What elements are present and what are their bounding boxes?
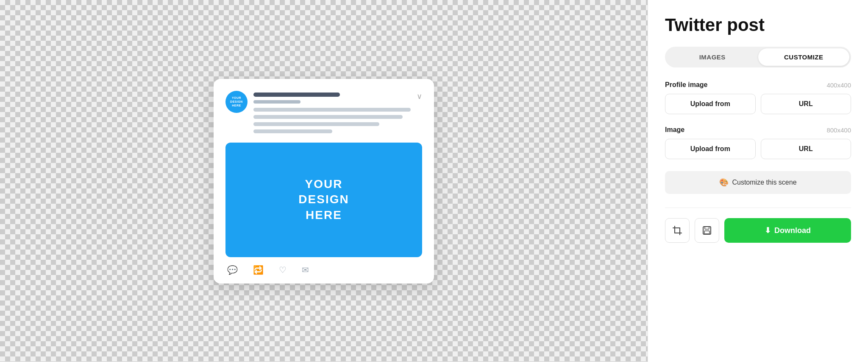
- profile-avatar: YOUR DESIGN HERE: [225, 91, 248, 113]
- card-chevron-icon: ∨: [417, 92, 422, 101]
- crop-button[interactable]: [665, 218, 690, 243]
- profile-image-header: Profile image 400x400: [665, 81, 851, 89]
- toolbar-divider: [665, 208, 851, 208]
- profile-upload-from-button[interactable]: Upload from: [665, 94, 756, 114]
- image-buttons: Upload from URL: [665, 139, 851, 159]
- image-size: 800x400: [826, 126, 851, 134]
- save-button[interactable]: [695, 218, 719, 243]
- image-section: Image 800x400 Upload from URL: [665, 126, 851, 159]
- image-label: Image: [665, 126, 684, 134]
- image-url-button[interactable]: URL: [761, 139, 851, 159]
- profile-image-size: 400x400: [826, 81, 851, 89]
- customize-scene-label: Customize this scene: [732, 179, 796, 186]
- twitter-card-mockup: YOUR DESIGN HERE ∨ YOUR DESIGN HERE 💬 🔁: [214, 79, 434, 283]
- like-icon: ♡: [279, 265, 287, 275]
- crop-icon: [673, 226, 682, 235]
- download-button[interactable]: ⬇ Download: [724, 218, 851, 243]
- customize-scene-button[interactable]: 🎨 Customize this scene: [665, 171, 851, 194]
- retweet-icon: 🔁: [253, 265, 264, 275]
- profile-image-label: Profile image: [665, 81, 707, 89]
- right-panel: Twitter post IMAGES CUSTOMIZE Profile im…: [648, 0, 868, 362]
- card-image-design-text: YOUR DESIGN HERE: [298, 177, 349, 223]
- download-icon: ⬇: [765, 226, 771, 235]
- card-image-placeholder: YOUR DESIGN HERE: [225, 143, 422, 257]
- profile-url-button[interactable]: URL: [761, 94, 851, 114]
- tab-images[interactable]: IMAGES: [667, 48, 758, 66]
- customize-scene-emoji: 🎨: [719, 178, 729, 187]
- profile-image-section: Profile image 400x400 Upload from URL: [665, 81, 851, 114]
- card-actions: 💬 🔁 ♡ ✉: [225, 265, 422, 275]
- share-icon: ✉: [302, 265, 309, 275]
- bottom-toolbar: ⬇ Download: [665, 218, 851, 243]
- save-icon: [702, 226, 712, 235]
- download-label: Download: [774, 226, 811, 235]
- comment-icon: 💬: [227, 265, 238, 275]
- panel-title: Twitter post: [665, 15, 851, 35]
- svg-rect-2: [704, 231, 709, 234]
- canvas-area: YOUR DESIGN HERE ∨ YOUR DESIGN HERE 💬 🔁: [0, 0, 648, 362]
- image-upload-from-button[interactable]: Upload from: [665, 139, 756, 159]
- profile-image-buttons: Upload from URL: [665, 94, 851, 114]
- tab-customize[interactable]: CUSTOMIZE: [758, 48, 850, 66]
- card-text-placeholder: [253, 91, 411, 137]
- image-header: Image 800x400: [665, 126, 851, 134]
- tab-switcher: IMAGES CUSTOMIZE: [665, 47, 851, 67]
